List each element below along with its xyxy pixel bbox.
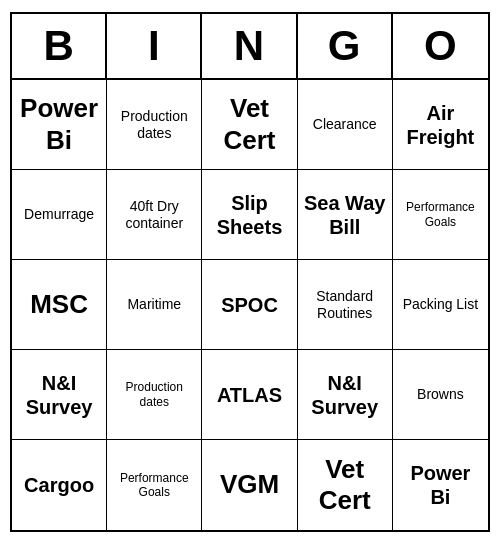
bingo-cell-18: N&I Survey: [298, 350, 393, 440]
cell-text-13: Standard Routines: [304, 288, 386, 322]
cell-text-7: Slip Sheets: [208, 191, 290, 239]
bingo-cell-13: Standard Routines: [298, 260, 393, 350]
cell-text-4: Air Freight: [399, 101, 482, 149]
cell-text-11: Maritime: [127, 296, 181, 313]
bingo-cell-2: Vet Cert: [202, 80, 297, 170]
bingo-cell-1: Production dates: [107, 80, 202, 170]
bingo-cell-15: N&I Survey: [12, 350, 107, 440]
bingo-grid: Power BiProduction datesVet CertClearanc…: [12, 80, 488, 530]
bingo-cell-22: VGM: [202, 440, 297, 530]
bingo-cell-16: Production dates: [107, 350, 202, 440]
cell-text-8: Sea Way Bill: [304, 191, 386, 239]
bingo-cell-17: ATLAS: [202, 350, 297, 440]
bingo-card: B I N G O Power BiProduction datesVet Ce…: [10, 12, 490, 532]
bingo-cell-9: Performance Goals: [393, 170, 488, 260]
cell-text-16: Production dates: [113, 380, 195, 409]
header-b: B: [12, 14, 107, 78]
cell-text-20: Cargoo: [24, 473, 94, 497]
cell-text-0: Power Bi: [18, 93, 100, 155]
cell-text-1: Production dates: [113, 108, 195, 142]
cell-text-21: Performance Goals: [113, 471, 195, 500]
bingo-cell-11: Maritime: [107, 260, 202, 350]
cell-text-12: SPOC: [221, 293, 278, 317]
bingo-cell-23: Vet Cert: [298, 440, 393, 530]
bingo-cell-21: Performance Goals: [107, 440, 202, 530]
bingo-cell-24: Power Bi: [393, 440, 488, 530]
cell-text-5: Demurrage: [24, 206, 94, 223]
cell-text-24: Power Bi: [399, 461, 482, 509]
bingo-cell-6: 40ft Dry container: [107, 170, 202, 260]
bingo-header: B I N G O: [12, 14, 488, 80]
cell-text-17: ATLAS: [217, 383, 282, 407]
bingo-cell-12: SPOC: [202, 260, 297, 350]
bingo-cell-4: Air Freight: [393, 80, 488, 170]
bingo-cell-5: Demurrage: [12, 170, 107, 260]
cell-text-18: N&I Survey: [304, 371, 386, 419]
cell-text-6: 40ft Dry container: [113, 198, 195, 232]
bingo-cell-7: Slip Sheets: [202, 170, 297, 260]
header-o: O: [393, 14, 488, 78]
cell-text-3: Clearance: [313, 116, 377, 133]
cell-text-15: N&I Survey: [18, 371, 100, 419]
bingo-cell-8: Sea Way Bill: [298, 170, 393, 260]
cell-text-23: Vet Cert: [304, 454, 386, 516]
cell-text-19: Browns: [417, 386, 464, 403]
bingo-cell-14: Packing List: [393, 260, 488, 350]
header-n: N: [202, 14, 297, 78]
bingo-cell-19: Browns: [393, 350, 488, 440]
cell-text-9: Performance Goals: [399, 200, 482, 229]
cell-text-10: MSC: [30, 289, 88, 320]
bingo-cell-20: Cargoo: [12, 440, 107, 530]
cell-text-22: VGM: [220, 469, 279, 500]
cell-text-2: Vet Cert: [208, 93, 290, 155]
header-i: I: [107, 14, 202, 78]
bingo-cell-0: Power Bi: [12, 80, 107, 170]
header-g: G: [298, 14, 393, 78]
bingo-cell-3: Clearance: [298, 80, 393, 170]
cell-text-14: Packing List: [403, 296, 478, 313]
bingo-cell-10: MSC: [12, 260, 107, 350]
